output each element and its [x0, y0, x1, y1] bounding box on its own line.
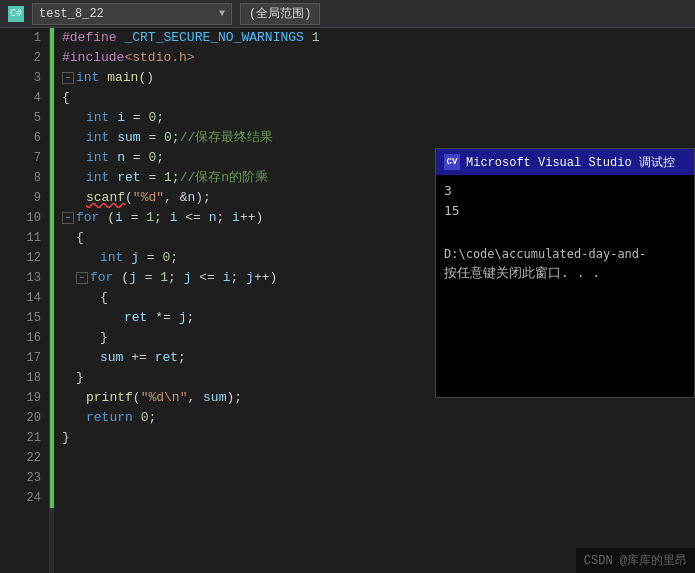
- line-num-21: 21: [0, 428, 49, 448]
- line-num-9: 9: [0, 188, 49, 208]
- console-output-line2: 15: [444, 201, 686, 221]
- line-num-23: 23: [0, 468, 49, 488]
- line-num-8: 8: [0, 168, 49, 188]
- line-num-22: 22: [0, 448, 49, 468]
- line-num-11: 11: [0, 228, 49, 248]
- line-num-15: 15: [0, 308, 49, 328]
- collapse-btn-10[interactable]: −: [62, 212, 74, 224]
- line-num-14: 14: [0, 288, 49, 308]
- code-line-1: #define _CRT_SECURE_NO_WARNINGS 1: [54, 28, 695, 48]
- code-line-2: #include<stdio.h>: [54, 48, 695, 68]
- line-numbers: 1 2 3 4 5 6 7 8 9 10 11 12 13 14 15 16 1…: [0, 28, 50, 573]
- code-line-22: [54, 448, 695, 468]
- console-window[interactable]: CV Microsoft Visual Studio 调试控 3 15 D:\c…: [435, 148, 695, 398]
- scope-label: (全局范围): [240, 3, 320, 25]
- editor-container: 1 2 3 4 5 6 7 8 9 10 11 12 13 14 15 16 1…: [0, 28, 695, 573]
- line-num-4: 4: [0, 88, 49, 108]
- file-icon: C#: [8, 6, 24, 22]
- line-num-24: 24: [0, 488, 49, 508]
- watermark: CSDN @库库的里昂: [576, 548, 695, 573]
- line-num-16: 16: [0, 328, 49, 348]
- line-num-18: 18: [0, 368, 49, 388]
- console-path: D:\code\accumulated-day-and-: [444, 245, 686, 263]
- line-num-3: 3: [0, 68, 49, 88]
- line-num-6: 6: [0, 128, 49, 148]
- code-line-21: }: [54, 428, 695, 448]
- console-titlebar: CV Microsoft Visual Studio 调试控: [436, 149, 694, 175]
- code-line-5: int i = 0;: [54, 108, 695, 128]
- console-icon: CV: [444, 154, 460, 170]
- code-line-6: int sum = 0;//保存最终结果: [54, 128, 695, 148]
- console-output: 3 15 D:\code\accumulated-day-and- 按任意键关闭…: [436, 175, 694, 397]
- line-num-2: 2: [0, 48, 49, 68]
- code-line-20: return 0;: [54, 408, 695, 428]
- line-num-20: 20: [0, 408, 49, 428]
- console-output-line1: 3: [444, 181, 686, 201]
- line-num-5: 5: [0, 108, 49, 128]
- line-num-17: 17: [0, 348, 49, 368]
- toolbar: C# test_8_22 ▼ (全局范围): [0, 0, 695, 28]
- console-output-line3: [444, 221, 686, 241]
- line-num-1: 1: [0, 28, 49, 48]
- dropdown-arrow: ▼: [219, 8, 225, 19]
- code-line-4: {: [54, 88, 695, 108]
- line-num-7: 7: [0, 148, 49, 168]
- console-prompt: 按任意键关闭此窗口. . .: [444, 263, 686, 283]
- code-line-23: [54, 468, 695, 488]
- code-line-3: −int main(): [54, 68, 695, 88]
- line-num-10: 10: [0, 208, 49, 228]
- line-num-19: 19: [0, 388, 49, 408]
- filename-dropdown[interactable]: test_8_22 ▼: [32, 3, 232, 25]
- line-num-12: 12: [0, 248, 49, 268]
- collapse-btn-13[interactable]: −: [76, 272, 88, 284]
- collapse-btn-3[interactable]: −: [62, 72, 74, 84]
- line-num-13: 13: [0, 268, 49, 288]
- code-line-24: [54, 488, 695, 508]
- filename-label: test_8_22: [39, 7, 104, 21]
- console-title: Microsoft Visual Studio 调试控: [466, 154, 675, 171]
